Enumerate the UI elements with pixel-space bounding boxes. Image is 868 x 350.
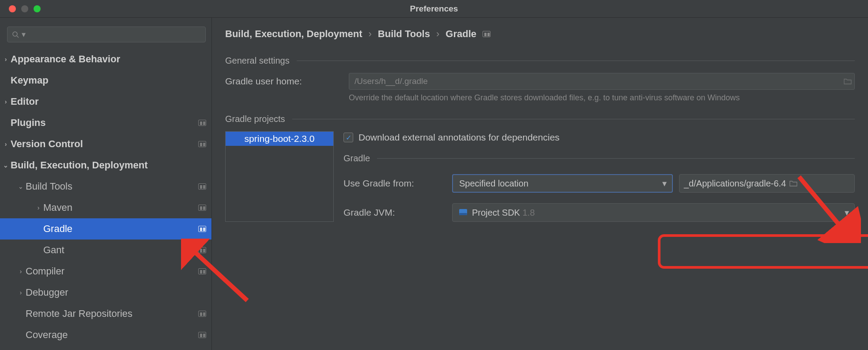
sidebar-item-keymap[interactable]: Keymap xyxy=(0,70,211,91)
sidebar-item-debugger[interactable]: ›Debugger xyxy=(0,282,211,303)
main-panel: Build, Execution, Deployment › Build Too… xyxy=(212,18,868,350)
sidebar: ▾ ›Appearance & Behavior Keymap ›Editor … xyxy=(0,18,212,350)
gradle-project-list[interactable]: spring-boot-2.3.0 xyxy=(225,131,334,222)
window-title: Preferences xyxy=(410,4,458,14)
breadcrumb-separator: › xyxy=(436,28,439,40)
titlebar: Preferences xyxy=(0,0,868,18)
sidebar-item-gant[interactable]: Gant xyxy=(0,240,211,261)
close-window-button[interactable] xyxy=(9,5,16,12)
sidebar-item-remote-jar[interactable]: Remote Jar Repositories xyxy=(0,303,211,324)
download-annotations-checkbox[interactable]: ✓ xyxy=(343,133,353,142)
project-scope-icon xyxy=(198,332,206,338)
gradle-home-hint: Override the default location where Grad… xyxy=(349,93,855,103)
breadcrumb-c: Gradle xyxy=(445,28,476,40)
sidebar-item-maven[interactable]: ›Maven xyxy=(0,197,211,218)
preferences-window: Preferences ▾ ›Appearance & Behavior Key… xyxy=(0,0,868,350)
project-scope-icon xyxy=(198,120,206,126)
breadcrumb-b: Build Tools xyxy=(378,28,430,40)
sidebar-item-gradle[interactable]: Gradle xyxy=(0,218,211,240)
chevron-right-icon: › xyxy=(1,98,11,105)
gradle-project-item[interactable]: spring-boot-2.3.0 xyxy=(226,132,333,146)
sidebar-item-appearance[interactable]: ›Appearance & Behavior xyxy=(0,49,211,70)
gradle-subheader: Gradle xyxy=(343,153,855,164)
search-icon xyxy=(12,31,19,38)
chevron-down-icon: ▾ xyxy=(22,30,26,39)
sidebar-item-editor[interactable]: ›Editor xyxy=(0,91,211,112)
gradle-home-placeholder: /Users/h__d/.gradle xyxy=(355,76,428,86)
breadcrumb-a: Build, Execution, Deployment xyxy=(225,28,362,40)
folder-icon[interactable] xyxy=(789,180,797,187)
window-controls xyxy=(0,5,41,12)
gradle-home-label: Gradle user home: xyxy=(225,76,340,87)
project-scope-icon xyxy=(198,311,206,317)
maximize-window-button[interactable] xyxy=(34,5,41,12)
chevron-right-icon: › xyxy=(16,289,26,296)
minimize-window-button[interactable] xyxy=(21,5,28,12)
sidebar-item-build-tools[interactable]: ⌄Build Tools xyxy=(0,176,211,197)
annotation-highlight xyxy=(658,234,868,269)
sidebar-item-build-exec-deploy[interactable]: ⌄Build, Execution, Deployment xyxy=(0,155,211,176)
project-scope-icon xyxy=(198,183,206,190)
general-settings-header: General settings xyxy=(225,56,855,66)
svg-rect-3 xyxy=(459,213,467,215)
breadcrumb: Build, Execution, Deployment › Build Too… xyxy=(225,28,855,40)
gradle-projects-header: Gradle projects xyxy=(225,114,855,124)
search-input[interactable]: ▾ xyxy=(7,27,206,42)
project-scope-icon xyxy=(198,141,206,147)
sidebar-item-compiler[interactable]: ›Compiler xyxy=(0,261,211,282)
chevron-right-icon: › xyxy=(34,204,43,211)
settings-tree: ›Appearance & Behavior Keymap ›Editor Pl… xyxy=(0,49,211,350)
project-scope-icon xyxy=(198,268,206,274)
gradle-jvm-dropdown[interactable]: Project SDK 1.8 ▾ xyxy=(452,203,855,222)
svg-line-1 xyxy=(17,36,19,38)
project-scope-icon xyxy=(198,226,206,232)
chevron-down-icon: ▾ xyxy=(845,207,849,218)
download-annotations-label: Download external annotations for depend… xyxy=(359,132,559,143)
chevron-right-icon: › xyxy=(1,141,11,148)
gradle-location-path[interactable]: _d/Applications/gradle-6.4 xyxy=(679,174,855,193)
sidebar-item-plugins[interactable]: Plugins xyxy=(0,112,211,133)
svg-point-0 xyxy=(13,32,17,36)
breadcrumb-separator: › xyxy=(368,28,371,40)
gradle-jvm-label: Gradle JVM: xyxy=(343,207,446,218)
project-scope-icon xyxy=(198,247,206,253)
sidebar-item-version-control[interactable]: ›Version Control xyxy=(0,133,211,155)
folder-icon[interactable] xyxy=(844,78,852,85)
chevron-right-icon: › xyxy=(16,268,26,275)
project-scope-icon xyxy=(483,31,491,37)
gradle-home-input[interactable]: /Users/h__d/.gradle xyxy=(349,73,855,90)
sidebar-item-coverage[interactable]: Coverage xyxy=(0,324,211,346)
jvm-icon xyxy=(459,208,468,218)
chevron-down-icon: ▾ xyxy=(662,178,667,189)
use-gradle-from-dropdown[interactable]: Specified location ▾ xyxy=(452,174,673,193)
use-gradle-from-label: Use Gradle from: xyxy=(343,178,446,189)
chevron-down-icon: ⌄ xyxy=(16,183,26,190)
chevron-down-icon: ⌄ xyxy=(1,162,11,169)
chevron-right-icon: › xyxy=(1,56,11,63)
project-scope-icon xyxy=(198,205,206,211)
